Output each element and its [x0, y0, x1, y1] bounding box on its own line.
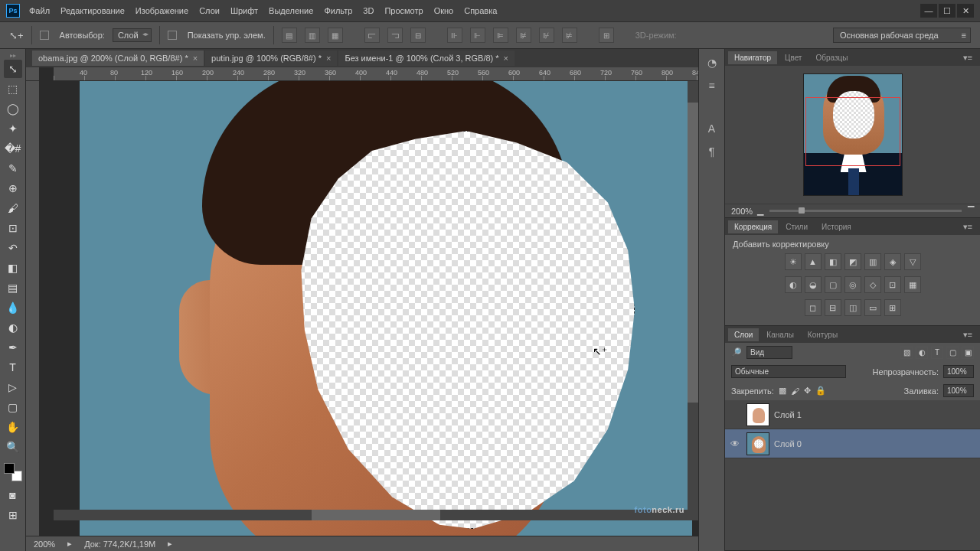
tab-styles[interactable]: Стили: [779, 220, 814, 233]
menu-edit[interactable]: Редактирование: [60, 6, 125, 15]
auto-align-icon[interactable]: ⊞: [599, 28, 614, 43]
mb-icon[interactable]: ≡: [708, 80, 714, 92]
layer-row[interactable]: Слой 1: [725, 400, 980, 429]
distribute-icon[interactable]: ⊫: [493, 28, 508, 43]
align-icon[interactable]: ▥: [305, 28, 320, 43]
adjustment-icon[interactable]: ◇: [864, 276, 881, 293]
zoom-tool[interactable]: 🔍: [4, 438, 22, 456]
doc-tab-0[interactable]: obama.jpg @ 200% (Слой 0, RGB/8#) *×: [32, 51, 204, 66]
adjustment-icon[interactable]: ⊡: [884, 276, 901, 293]
panel-menu-icon[interactable]: ▾≡: [959, 330, 977, 340]
ruler-vertical[interactable]: [26, 81, 40, 536]
doc-tab-1[interactable]: putin.jpg @ 100% (RGB/8#) *×: [205, 51, 337, 66]
screenmode-tool[interactable]: ⊞: [4, 506, 22, 524]
adjustment-icon[interactable]: ⊟: [825, 299, 841, 316]
canvas[interactable]: ↖⁺ fotoneck.ru: [40, 81, 698, 536]
autoselect-combo[interactable]: Слой: [113, 28, 152, 42]
adjustment-icon[interactable]: ▦: [904, 276, 921, 293]
adjustment-icon[interactable]: ☀: [785, 253, 802, 270]
tab-layers[interactable]: Слои: [728, 328, 759, 341]
menu-image[interactable]: Изображение: [136, 6, 188, 15]
stamp-tool[interactable]: ⊡: [4, 219, 22, 237]
paragraph-icon[interactable]: ¶: [709, 145, 715, 158]
layer-thumbnail[interactable]: [746, 403, 769, 426]
menu-file[interactable]: Файл: [29, 6, 50, 15]
lasso-tool[interactable]: ◯: [4, 99, 22, 118]
adjustment-icon[interactable]: ▥: [864, 253, 881, 270]
menu-select[interactable]: Выделение: [269, 6, 313, 15]
tab-channels[interactable]: Каналы: [760, 328, 800, 341]
menu-layer[interactable]: Слои: [199, 6, 220, 15]
doc-tab-2[interactable]: Без имени-1 @ 100% (Слой 3, RGB/8) *×: [338, 51, 514, 66]
opacity-input[interactable]: [943, 365, 974, 378]
move-tool[interactable]: ⤡: [4, 60, 22, 78]
layer-kind-combo[interactable]: [746, 346, 792, 359]
autoselect-checkbox[interactable]: [40, 31, 49, 40]
menu-3d[interactable]: 3D: [363, 6, 374, 15]
align-icon[interactable]: ⫎: [387, 28, 403, 43]
align-icon[interactable]: ⫍: [364, 28, 380, 43]
tab-navigator[interactable]: Навигатор: [728, 51, 777, 64]
distribute-icon[interactable]: ⊮: [539, 28, 554, 43]
adjustment-icon[interactable]: ◻: [805, 299, 822, 316]
history-brush-tool[interactable]: ↶: [4, 239, 22, 257]
pen-tool[interactable]: ✒: [4, 338, 22, 357]
type-tool[interactable]: T: [4, 358, 22, 377]
blur-tool[interactable]: 💧: [4, 298, 22, 317]
nav-zoom[interactable]: 200%: [731, 207, 753, 216]
menu-type[interactable]: Шрифт: [230, 6, 258, 15]
visibility-icon[interactable]: 👁: [728, 439, 742, 449]
menu-view[interactable]: Просмотр: [384, 6, 423, 15]
align-icon[interactable]: ▤: [282, 28, 297, 43]
menu-filter[interactable]: Фильтр: [324, 6, 352, 15]
zoom-out-icon[interactable]: ▁: [757, 206, 763, 216]
workspace-combo[interactable]: Основная рабочая среда: [833, 28, 971, 43]
blend-mode-combo[interactable]: [731, 365, 846, 378]
distribute-icon[interactable]: ⊩: [470, 28, 485, 43]
close-icon[interactable]: ×: [504, 54, 508, 63]
distribute-icon[interactable]: ⊯: [516, 28, 531, 43]
brush-tool[interactable]: 🖌: [4, 199, 22, 217]
lock-trans-icon[interactable]: ▩: [779, 386, 786, 396]
crop-tool[interactable]: �#: [4, 139, 22, 158]
adjustment-icon[interactable]: ◧: [825, 253, 841, 270]
status-zoom[interactable]: 200%: [34, 540, 55, 549]
adjustment-icon[interactable]: ▲: [805, 253, 822, 270]
menu-window[interactable]: Окно: [434, 6, 454, 15]
panel-menu-icon[interactable]: ▾≡: [959, 53, 977, 63]
gradient-tool[interactable]: ▤: [4, 279, 22, 297]
shape-tool[interactable]: ▢: [4, 398, 22, 416]
tab-history[interactable]: История: [815, 220, 858, 233]
close-icon[interactable]: ×: [193, 54, 198, 63]
tab-color[interactable]: Цвет: [779, 51, 808, 64]
tab-paths[interactable]: Контуры: [802, 328, 844, 341]
status-arrow-icon[interactable]: ▸: [168, 539, 172, 549]
character-icon[interactable]: A: [708, 122, 715, 135]
adjustment-icon[interactable]: ▭: [864, 299, 881, 316]
adjustment-icon[interactable]: ▽: [904, 253, 921, 270]
filter-type-icon[interactable]: T: [931, 347, 943, 359]
path-tool[interactable]: ▷: [4, 378, 22, 396]
filter-smart-icon[interactable]: ▣: [962, 347, 974, 359]
adjustment-icon[interactable]: ◎: [844, 276, 861, 293]
layer-thumbnail[interactable]: [746, 432, 769, 455]
scrollbar-vertical[interactable]: [688, 81, 698, 510]
zoom-slider[interactable]: [769, 210, 962, 212]
lock-pos-icon[interactable]: ✥: [804, 386, 811, 396]
showcontrols-checkbox[interactable]: [168, 31, 177, 40]
status-expand-icon[interactable]: ▸: [67, 539, 72, 549]
adjustment-icon[interactable]: ◈: [884, 253, 901, 270]
panel-menu-icon[interactable]: ▾≡: [959, 222, 977, 232]
align-icon[interactable]: ▦: [328, 28, 343, 43]
close-icon[interactable]: ×: [326, 54, 331, 63]
adjustment-icon[interactable]: ◒: [805, 276, 822, 293]
minimize-button[interactable]: —: [920, 4, 937, 18]
adjustment-icon[interactable]: ⊞: [884, 299, 901, 316]
maximize-button[interactable]: ☐: [939, 4, 956, 18]
tab-adjustments[interactable]: Коррекция: [728, 220, 778, 233]
hand-tool[interactable]: ✋: [4, 418, 22, 436]
menu-help[interactable]: Справка: [464, 6, 497, 15]
filter-adjust-icon[interactable]: ◐: [916, 347, 928, 359]
filter-pixel-icon[interactable]: ▧: [900, 347, 913, 359]
eyedropper-tool[interactable]: ✎: [4, 159, 22, 178]
